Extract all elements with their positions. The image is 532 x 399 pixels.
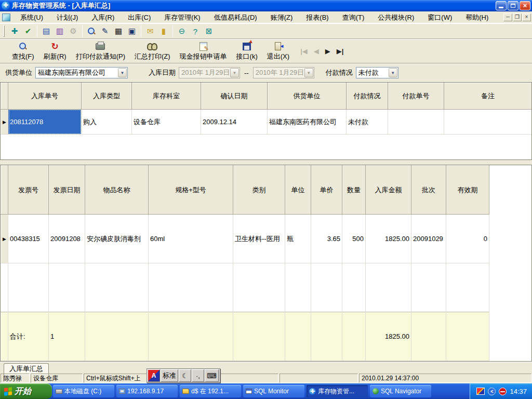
mdi-close-button[interactable]: × [522,14,531,21]
menu-query[interactable]: 查询(T) [336,12,371,23]
cell-payment-status[interactable]: 未付款 [347,109,388,134]
col-invoice-no[interactable]: 发票号 [8,166,49,215]
col-invoice-date[interactable]: 发票日期 [49,166,85,215]
cell-inbound-type[interactable]: 购入 [82,109,132,134]
col-order-no[interactable]: 入库单号 [8,83,82,110]
col-remark[interactable]: 备注 [444,83,532,110]
ime-tray-icon[interactable] [476,388,485,395]
ime-softkeyboard-icon[interactable]: ⌨ [205,369,219,382]
cell-invoice-no[interactable]: 00438315 [8,215,49,263]
col-supplier[interactable]: 供货单位 [268,83,347,110]
payment-status-combobox[interactable]: 未付款 ▼ [356,67,398,78]
col-quantity[interactable]: 数量 [342,166,366,215]
thermometer-icon[interactable]: ▮ [157,25,170,37]
col-confirm-date[interactable]: 确认日期 [201,83,268,110]
mdi-minimize-button[interactable]: ─ [503,14,512,21]
col-payment-status[interactable]: 付款情况 [347,83,388,110]
menu-window[interactable]: 窗口(W) [421,12,459,23]
col-category[interactable]: 类别 [233,166,285,215]
task-sql-navigator[interactable]: SQL Navigator [370,385,431,397]
cell-amount[interactable]: 1825.00 [366,215,411,263]
col-amount[interactable]: 入库金额 [366,166,411,215]
menu-inventory[interactable]: 库存管理(K) [157,12,207,23]
cell-item-name[interactable]: 安尔碘皮肤消毒剂 [85,215,149,263]
confirm-record-icon[interactable]: ✔ [22,25,34,37]
cell-remark[interactable] [444,109,532,134]
cell-payment-no[interactable] [388,109,444,134]
search-icon[interactable] [85,25,98,37]
cell-supplier[interactable]: 福建东南医药有限公司 [268,109,347,134]
menu-ledger[interactable]: 账簿(Z) [264,12,300,23]
close-button[interactable]: × [520,1,530,10]
task-inventory-app[interactable]: ✚ 库存物资管... [307,385,368,397]
cell-unit-price[interactable]: 3.65 [311,215,342,263]
task-sql-monitor[interactable]: SQL Monitor [243,385,304,397]
chevron-down-icon[interactable]: ▼ [389,68,397,77]
save-export-icon[interactable]: ▣ [126,25,138,37]
date-to-picker[interactable]: 2010年 1月29日 ▼ [253,67,314,78]
task-remote-ip[interactable]: 192.168.9.17 [116,385,178,397]
cell-order-no[interactable]: 208112078 [8,109,82,134]
cell-batch[interactable]: 20091029 [411,215,446,263]
folder-mail-icon[interactable]: ✉ [144,25,156,37]
mdi-restore-button[interactable]: ❐ [513,14,522,21]
document-add-icon[interactable]: ▥ [54,25,66,37]
ime-halfwidth-icon[interactable]: ☾ [179,369,191,382]
edit-form-icon[interactable]: ✎ [99,25,111,37]
mdi-child-icon[interactable] [2,14,10,21]
cell-spec-model[interactable]: 60ml [149,215,233,263]
menu-report[interactable]: 报表(B) [299,12,335,23]
summary-print-button[interactable]: 汇总打印(Z) [130,40,175,62]
date-from-picker[interactable]: 2010年 1月29日 ▼ [179,67,240,78]
nav-prev-icon[interactable]: ◀ [314,47,319,55]
cell-validity[interactable]: 0 [446,215,489,263]
cell-category[interactable]: 卫生材料--医用 [233,215,285,263]
help-book-icon[interactable]: ? [189,25,202,37]
refresh-button[interactable]: ↻ 刷新(R) [39,40,71,62]
nav-first-icon[interactable]: |◀ [300,47,308,55]
ime-mode-button[interactable]: 标准 [161,369,178,382]
col-batch[interactable]: 批次 [411,166,446,215]
order-row[interactable]: ▶ 208112078 购入 设备仓库 2009.12.14 福建东南医药有限公… [1,109,532,134]
ime-punctuation-icon[interactable]: ·, [192,369,204,382]
collapse-tray-icon[interactable]: < [488,388,496,395]
col-item-name[interactable]: 物品名称 [85,166,149,215]
menu-plan[interactable]: 计划(J) [50,12,85,23]
task-local-disk[interactable]: 本地磁盘 (C:) [53,385,114,397]
chevron-down-icon[interactable]: ▼ [118,68,127,77]
task-shared-folder[interactable]: d$ 在 192.1... [180,385,241,397]
supplier-combobox[interactable]: 福建东南医药有限公司 ▼ [35,67,128,78]
exit-button[interactable]: 退出(X) [262,40,294,62]
cash-reimburse-form-button[interactable]: 现金报销申请单 [175,40,232,62]
item-row[interactable]: ▶ 00438315 20091208 安尔碘皮肤消毒剂 60ml 卫生材料--… [1,215,489,263]
grid-view-icon[interactable]: ▦ [112,25,125,37]
col-inbound-type[interactable]: 入库类型 [82,83,132,110]
menu-inbound[interactable]: 入库(R) [85,12,121,23]
menu-system[interactable]: 系统(U) [14,12,50,23]
menu-outbound[interactable]: 出库(C) [121,12,157,23]
ime-logo-icon[interactable]: A [148,369,160,382]
col-unit-price[interactable]: 单价 [311,166,342,215]
col-validity[interactable]: 有效期 [446,166,489,215]
restore-button[interactable] [508,1,518,10]
nav-last-icon[interactable]: ▶| [337,47,344,55]
interface-button[interactable]: 接口(k) [232,40,262,62]
remove-circle-icon[interactable]: ⊖ [176,25,188,37]
col-payment-no[interactable]: 付款单号 [388,83,444,110]
cell-quantity[interactable]: 500 [342,215,366,263]
start-button[interactable]: 开始 [0,383,52,399]
cell-confirm-date[interactable]: 2009.12.14 [201,109,268,134]
no-entry-tray-icon[interactable] [499,388,507,395]
menu-help[interactable]: 帮助(H) [459,12,495,23]
cell-warehouse-dept[interactable]: 设备仓库 [132,109,201,134]
col-spec-model[interactable]: 规格+型号 [149,166,233,215]
document-icon[interactable]: ▤ [40,25,52,37]
minimize-button[interactable] [496,1,507,10]
close-window-icon[interactable]: ⊠ [203,25,215,37]
cell-invoice-date[interactable]: 20091208 [49,215,85,263]
find-button[interactable]: 查找(F) [7,40,39,62]
new-record-icon[interactable]: ✚ [8,25,21,37]
col-unit[interactable]: 单位 [285,166,311,215]
menu-consumables[interactable]: 低值易耗品(D) [207,12,264,23]
print-payment-notice-button[interactable]: 打印付款通知(P) [71,40,130,62]
